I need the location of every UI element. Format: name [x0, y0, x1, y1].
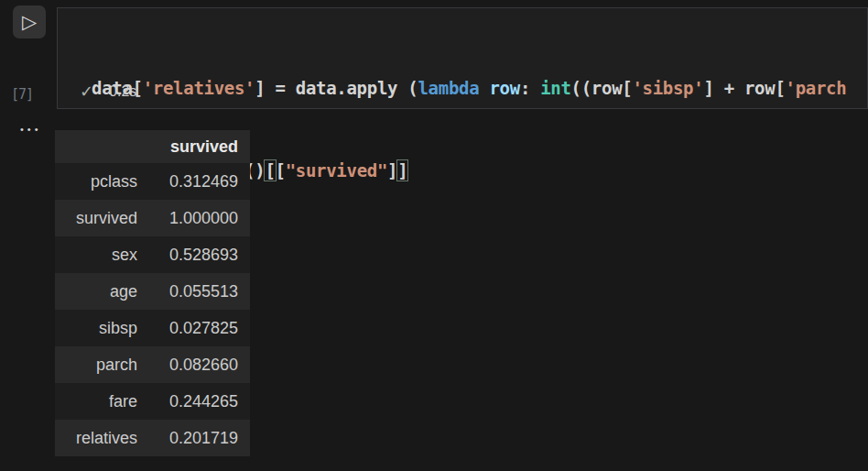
code-line-1: data['relatives'] = data.apply (lambda r…: [92, 74, 867, 102]
row-value: 0.055513: [137, 282, 250, 301]
code-token: ] = data.apply (: [255, 78, 418, 98]
code-token: int: [540, 78, 570, 98]
row-label: relatives: [55, 429, 137, 448]
code-token: :: [520, 78, 540, 98]
row-value: 0.244265: [137, 392, 250, 411]
row-label: fare: [55, 392, 137, 411]
table-row: fare 0.244265: [55, 383, 250, 420]
table-row: relatives 0.201719: [55, 420, 250, 456]
row-label: pclass: [55, 172, 137, 192]
bracket-match-highlight: ]: [397, 160, 407, 181]
code-token: ]: [387, 160, 397, 181]
row-value: 0.528693: [137, 246, 250, 265]
output-more-actions-icon[interactable]: •••: [18, 123, 44, 137]
success-check-icon: ✓: [80, 83, 93, 100]
run-cell-button[interactable]: ▷: [13, 5, 46, 38]
table-row: age 0.055513: [55, 273, 250, 310]
table-row: survived 1.000000: [55, 200, 250, 236]
row-label: sex: [55, 246, 137, 265]
cell-status-bar: ✓ 0.2s: [80, 82, 136, 102]
code-token: ] + row[: [703, 78, 785, 98]
code-token: 'sibsp': [632, 78, 703, 98]
code-token: 'relatives': [143, 78, 255, 98]
table-row: parch 0.082660: [55, 346, 250, 383]
code-token: ((row[: [571, 78, 633, 98]
code-token: "survived": [286, 160, 387, 181]
row-label: parch: [55, 356, 137, 375]
code-token: lambda: [418, 78, 479, 98]
row-value: 0.201719: [137, 429, 250, 448]
code-token: [: [276, 160, 286, 181]
row-label: age: [55, 282, 137, 301]
code-token: 'parch: [786, 78, 847, 98]
row-value: 0.027825: [137, 319, 250, 338]
row-label: sibsp: [55, 319, 137, 338]
execution-count: [7]: [11, 86, 33, 103]
header-survived-cell: survived: [137, 137, 250, 157]
row-label: survived: [55, 209, 137, 228]
table-row: sex 0.528693: [55, 236, 250, 273]
code-cell-editor[interactable]: data['relatives'] = data.apply (lambda r…: [57, 7, 868, 109]
code-token: row: [489, 78, 519, 98]
notebook-page: ▷ data['relatives'] = data.apply (lambda…: [0, 0, 868, 471]
dataframe-output-table: survived pclass 0.312469 survived 1.0000…: [55, 130, 250, 456]
row-value: 0.082660: [137, 356, 250, 375]
table-row: sibsp 0.027825: [55, 310, 250, 346]
table-row: pclass 0.312469: [55, 163, 250, 200]
code-token: [479, 78, 489, 98]
row-value: 1.000000: [137, 209, 250, 228]
bracket-match-highlight: [: [265, 160, 275, 181]
play-icon: ▷: [22, 13, 37, 32]
table-header-row: survived: [55, 130, 250, 163]
execution-duration: 0.2s: [109, 83, 136, 100]
row-value: 0.312469: [137, 172, 250, 192]
